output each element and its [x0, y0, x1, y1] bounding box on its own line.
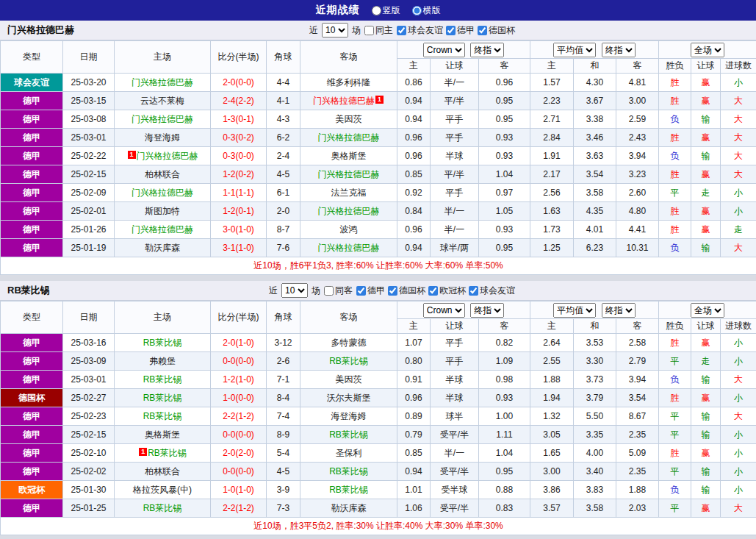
- recent-count-select[interactable]: 10: [322, 23, 348, 38]
- away-team-link[interactable]: 门兴格拉德巴赫: [313, 96, 375, 106]
- match-score[interactable]: 2-0(0-0): [211, 74, 267, 92]
- away-team-link[interactable]: 门兴格拉德巴赫: [318, 243, 380, 253]
- competition-checkbox[interactable]: [388, 286, 397, 296]
- match-score[interactable]: 1-3(0-1): [211, 110, 267, 129]
- home-team-link[interactable]: 柏林联合: [145, 169, 180, 179]
- scope-select[interactable]: 全场: [691, 43, 724, 57]
- away-team-link[interactable]: 多特蒙德: [331, 338, 367, 348]
- away-team-link[interactable]: RB莱比锡: [329, 429, 368, 440]
- match-score[interactable]: 0-0(0-0): [211, 426, 267, 444]
- competition-checkbox[interactable]: [428, 286, 438, 296]
- away-team-link[interactable]: 波鸿: [340, 224, 358, 235]
- competition-filter[interactable]: 德国杯: [388, 285, 425, 297]
- away-team-link[interactable]: RB莱比锡: [329, 356, 368, 366]
- away-team-link[interactable]: 门兴格拉德巴赫: [318, 206, 380, 216]
- match-score[interactable]: 2-4(2-2): [211, 92, 267, 110]
- away-team-link[interactable]: 勒沃库森: [331, 503, 367, 513]
- home-team-link[interactable]: 斯图加特: [145, 206, 180, 216]
- home-team-link[interactable]: RB莱比锡: [143, 374, 182, 385]
- competition-filter[interactable]: 球会友谊: [397, 24, 443, 37]
- home-team-link[interactable]: 门兴格拉德巴赫: [132, 224, 193, 235]
- subcol-result-handicap: 让球: [691, 59, 721, 74]
- home-team-link[interactable]: 弗赖堡: [149, 356, 176, 366]
- same-venue-filter[interactable]: 同主: [364, 24, 393, 37]
- competition-checkbox[interactable]: [397, 26, 406, 35]
- home-team-link[interactable]: 奥格斯堡: [145, 429, 180, 440]
- competition-filter[interactable]: 欧冠杯: [428, 285, 466, 297]
- avg-stage-select[interactable]: 终指: [602, 303, 636, 318]
- home-team-link[interactable]: 门兴格拉德巴赫: [132, 188, 193, 198]
- odds-stage-select[interactable]: 终指: [470, 303, 504, 318]
- match-score[interactable]: 1-1(1-1): [211, 184, 267, 202]
- away-team-link[interactable]: 海登海姆: [331, 411, 367, 421]
- away-team-link[interactable]: RB莱比锡: [329, 485, 368, 495]
- home-team-link[interactable]: 云达不莱梅: [140, 96, 184, 106]
- home-team-link[interactable]: 柏林联合: [145, 466, 180, 476]
- horizontal-radio[interactable]: [412, 6, 422, 15]
- home-team-link[interactable]: RB莱比锡: [143, 503, 182, 513]
- vertical-radio[interactable]: [372, 6, 381, 15]
- col-type: 类型: [1, 301, 63, 334]
- competition-filter[interactable]: 德国杯: [478, 24, 515, 37]
- competition-filter[interactable]: 德甲: [356, 285, 385, 297]
- match-score[interactable]: 2-0(2-0): [211, 444, 267, 463]
- avg-odds-select[interactable]: 平均值: [553, 43, 596, 57]
- odds-source-select[interactable]: Crown: [423, 303, 465, 318]
- same-venue-filter[interactable]: 同客: [324, 285, 353, 297]
- odds-source-select[interactable]: Crown: [423, 43, 465, 57]
- scope-select[interactable]: 全场: [691, 303, 724, 318]
- away-team-link[interactable]: 圣保利: [336, 448, 362, 458]
- away-team-link[interactable]: 门兴格拉德巴赫: [318, 169, 380, 179]
- match-score[interactable]: 1-2(1-0): [211, 371, 267, 389]
- crown-home-odds: 1.07: [397, 334, 431, 352]
- match-score[interactable]: 1-0(1-0): [211, 481, 267, 499]
- home-team-link[interactable]: RB莱比锡: [148, 448, 187, 458]
- layout-option-vertical[interactable]: 竖版: [372, 4, 400, 17]
- away-team-link[interactable]: RB莱比锡: [329, 466, 368, 476]
- match-score[interactable]: 2-2(1-2): [211, 407, 267, 426]
- home-team-link[interactable]: 海登海姆: [145, 132, 180, 143]
- layout-option-horizontal[interactable]: 横版: [412, 4, 441, 17]
- home-team-link[interactable]: RB莱比锡: [143, 393, 182, 403]
- away-team-link[interactable]: 门兴格拉德巴赫: [318, 132, 380, 143]
- match-score[interactable]: 2-2(1-2): [211, 499, 267, 518]
- away-team-link[interactable]: 奥格斯堡: [331, 151, 367, 161]
- match-score[interactable]: 0-0(0-0): [211, 352, 267, 371]
- match-score[interactable]: 0-3(0-2): [211, 129, 267, 147]
- home-team-link[interactable]: RB莱比锡: [143, 411, 182, 421]
- competition-checkbox[interactable]: [446, 26, 456, 35]
- away-team-link[interactable]: 美因茨: [336, 114, 362, 124]
- same-venue-checkbox[interactable]: [364, 26, 374, 35]
- away-team-link[interactable]: 维多利科隆: [327, 77, 371, 88]
- match-score[interactable]: 1-2(0-2): [211, 165, 267, 184]
- home-team-link[interactable]: 格拉茨风暴(中): [133, 485, 192, 495]
- match-score[interactable]: 3-0(1-0): [211, 221, 267, 239]
- home-team-link[interactable]: 门兴格拉德巴赫: [132, 77, 193, 88]
- away-team-link[interactable]: 美因茨: [336, 374, 362, 385]
- avg-odds-select[interactable]: 平均值: [553, 303, 596, 318]
- competition-filter[interactable]: 球会友谊: [469, 285, 515, 297]
- odds-stage-select[interactable]: 终指: [470, 43, 504, 57]
- home-team-link[interactable]: RB莱比锡: [143, 338, 182, 348]
- competition-checkbox[interactable]: [356, 286, 366, 296]
- home-team-link[interactable]: 勒沃库森: [145, 243, 180, 253]
- match-score[interactable]: 1-2(0-1): [211, 202, 267, 221]
- competition-filter[interactable]: 德甲: [446, 24, 475, 37]
- match-score[interactable]: 0-3(0-0): [211, 147, 267, 165]
- avg-stage-select[interactable]: 终指: [602, 43, 636, 57]
- same-venue-checkbox[interactable]: [324, 286, 334, 296]
- match-score[interactable]: 0-0(0-0): [211, 463, 267, 481]
- match-score[interactable]: 2-0(1-0): [211, 334, 267, 352]
- recent-count-select[interactable]: 10: [281, 283, 308, 298]
- competition-checkbox[interactable]: [478, 26, 487, 35]
- avg-odds-group: 平均值 终指: [530, 301, 659, 319]
- home-team-link[interactable]: 门兴格拉德巴赫: [137, 151, 198, 161]
- home-team-link[interactable]: 门兴格拉德巴赫: [132, 114, 193, 124]
- avg-home-odds: 1.63: [530, 202, 574, 221]
- away-team-link[interactable]: 沃尔夫斯堡: [327, 393, 371, 403]
- match-score[interactable]: 1-0(0-0): [211, 389, 267, 407]
- match-score[interactable]: 3-1(1-0): [211, 239, 267, 257]
- competition-checkbox[interactable]: [469, 286, 478, 296]
- away-team-link[interactable]: 法兰克福: [331, 188, 367, 198]
- result-handicap: 赢: [691, 202, 721, 221]
